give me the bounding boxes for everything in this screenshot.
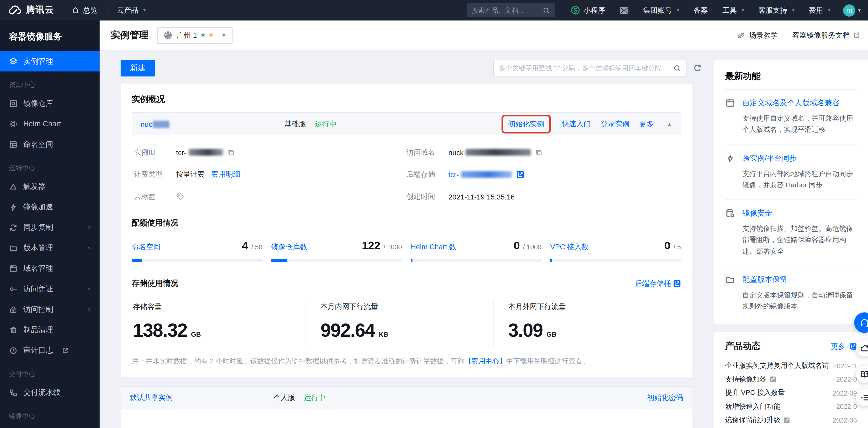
filter-search-input[interactable] [499,64,673,72]
headset-icon [859,317,868,328]
sidebar-item-helm-chart[interactable]: Helm Chart [0,114,99,134]
billing-center-link[interactable]: 【费用中心】 [465,357,506,365]
create-button[interactable]: 新建 [121,60,155,77]
chevron-down-icon[interactable]: ˅ [88,286,91,292]
instance-name-link[interactable]: nuc [141,120,268,128]
news-item-link[interactable]: 镜像保留能力升级 [725,416,790,425]
init-instance-button[interactable]: 初始化实例 [508,120,544,128]
instance-edition: 基础版 [284,119,306,129]
billing-type-value: 按量计费 [176,170,205,179]
news-item: 提升 VPC 接入数量 2022-09 [725,386,857,400]
sidebar-item-artifact-cleanup[interactable]: 制品清理 [0,319,99,340]
feature-link[interactable]: 跨实例/平台同步 [742,153,797,163]
billing-detail-link[interactable]: 费用明细 [212,170,240,179]
feature-link[interactable]: 镜像安全 [742,208,772,218]
sidebar-item-public-images[interactable]: 公有镜像 [0,424,99,428]
progress-bar [271,258,402,262]
copy-icon[interactable] [536,149,543,156]
nav-overview[interactable]: 总览 [64,0,105,21]
feature-item-cross-sync: 跨实例/平台同步 支持平台内部跨地域跨租户自动同步镜像，并兼容 Harbor 同… [725,144,857,199]
more-button[interactable]: 更多 [639,119,654,129]
sidebar-item-namespace[interactable]: 命名空间 [0,134,99,155]
chevron-down-icon[interactable]: ˅ [88,225,91,230]
nav-group-account[interactable]: 集团账号▾ [636,0,686,21]
sidebar-item-domain-management[interactable]: 域名管理 [0,258,99,279]
nav-beian[interactable]: 备案 [686,0,715,21]
external-link-icon [517,171,524,179]
refresh-button[interactable] [693,64,702,73]
key-icon [9,284,18,293]
shared-instance-name-link[interactable]: 默认共享实例 [130,393,257,403]
sidebar-item-version-management[interactable]: 版本管理 ˅ [0,238,99,258]
storage-metrics: 存储容量 138.32GB 本月内网下行流量 992.64KB 本月外网下行流量… [132,300,681,346]
helm-icon [9,119,18,128]
init-instance-highlight: 初始化实例 [502,115,551,133]
login-instance-button[interactable]: 登录实例 [601,119,629,129]
global-search[interactable] [467,3,555,17]
region-selector[interactable]: 广州 1 ✱ ✱ ▼ [157,27,232,43]
news-more-link[interactable]: 更多 [831,342,857,351]
sidebar-item-delivery-pipeline[interactable]: 交付流水线 [0,382,99,403]
sidebar-item-image-repository[interactable]: 镜像仓库 [0,93,99,114]
news-item-link[interactable]: 企业版实例支持复用个人版域名访问 [725,361,829,370]
globe-icon [163,30,173,40]
tag-icon[interactable] [176,192,185,201]
nav-billing[interactable]: 费用▾ [802,0,838,21]
backend-storage-link[interactable]: tcr- [448,171,524,179]
news-list: 企业版实例支持复用个人版域名访问 2022-11 支持镜像加签 2022-0 提… [725,359,857,428]
feature-link[interactable]: 自定义域名及个人版域名兼容 [742,98,839,108]
nav-miniprogram[interactable]: 小程序 [564,0,612,21]
news-item-date: 2022-11 [829,362,857,370]
chevron-down-icon[interactable]: ˅ [88,307,91,312]
nav-support[interactable]: 客服支持▾ [751,0,802,21]
quota-helm-link[interactable]: Helm Chart 数 [411,242,456,252]
backend-bucket-link[interactable]: 后端存储桶 [635,279,681,288]
avatar[interactable]: m [843,4,855,16]
quota-repo-link[interactable]: 镜像仓库数 [271,242,307,252]
instance-id-label: 实例ID [134,147,176,157]
quickstart-button[interactable]: 快速入门 [562,119,591,129]
sidebar-item-trigger[interactable]: 触发器 [0,176,99,196]
grid-icon [9,140,18,149]
global-search-input[interactable] [472,6,542,14]
nav-messages[interactable] [612,0,636,21]
sidebar-item-image-acceleration[interactable]: 镜像加速 [0,196,99,217]
news-item-link[interactable]: 新增快速入门功能 [725,402,781,411]
storage-title: 存储使用情况 [132,279,178,288]
shared-instance-meta: 个人版 运行中 [274,393,326,403]
sidebar-item-access-credentials[interactable]: 访问凭证 ˅ [0,279,99,299]
instance-meta: 基础版 运行中 [284,119,337,129]
feature-item-custom-domain: 自定义域名及个人版域名兼容 支持使用自定义域名，并可兼容使用个人版域名，实现平滑… [725,89,857,144]
quota-helm-count: Helm Chart 数 0 / 1000 [411,239,541,262]
search-icon[interactable] [673,64,681,72]
nav-products[interactable]: 云产品▾ [110,0,153,21]
sidebar-item-audit-log[interactable]: 审计日志 [0,340,99,361]
tencent-cloud-logo[interactable]: 腾讯云 [0,4,64,16]
news-item-link[interactable]: 支持镜像加签 [725,375,776,384]
chevron-down-icon[interactable]: ˅ [88,245,91,251]
quota-vpc-link[interactable]: VPC 接入数 [550,242,589,252]
filter-search[interactable] [493,60,687,77]
doc-link[interactable]: 容器镜像服务文档 [792,30,860,40]
copy-icon[interactable] [227,149,235,156]
scene-teaching-link[interactable]: 场景教学 [736,30,778,40]
trash-icon [9,325,18,334]
news-item-link[interactable]: 提升 VPC 接入数量 [725,388,785,398]
progress-bar [411,258,541,262]
scene-teaching-icon [736,31,746,39]
sidebar-item-sync-replication[interactable]: 同步复制 ˅ [0,217,99,238]
sidebar-item-instance-management[interactable]: 实例管理 [0,51,99,71]
avatar-chevron-icon[interactable]: ▼ [858,8,862,12]
search-icon[interactable] [542,6,550,14]
region-marker-green: ✱ [201,32,205,38]
nav-tools[interactable]: 工具▾ [715,0,751,21]
navbar-right: 小程序 集团账号▾ 备案 工具▾ 客服支持▾ 费用▾ m ▼ [467,0,868,21]
news-item: 支持镜像加签 2022-0 [725,373,857,387]
bolt-icon [9,202,18,211]
init-password-button[interactable]: 初始化密码 [647,393,683,403]
collapse-icon[interactable]: ▲ [667,121,672,127]
sidebar-item-access-control[interactable]: 访问控制 ˅ [0,299,99,319]
quota-namespace-link[interactable]: 命名空间 [132,242,160,252]
feature-link[interactable]: 配置版本保留 [742,275,787,284]
instance-overview-card: 实例概况 nuc 基础版 运行中 初始化实例 快速入门 [121,84,692,377]
